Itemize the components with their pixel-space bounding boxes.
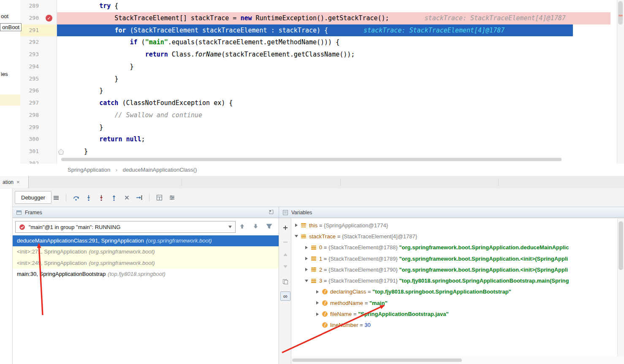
expand-icon[interactable] bbox=[294, 224, 299, 227]
project-tree-fragment[interactable]: oot bbox=[1, 13, 8, 19]
breadcrumb-item-method[interactable]: deduceMainApplicationClass() bbox=[123, 167, 197, 173]
code-text[interactable]: for (StackTraceElement stackTraceElement… bbox=[57, 24, 610, 37]
plus-icon[interactable] bbox=[282, 225, 288, 231]
code-text[interactable]: if ("main".equals(stackTraceElement.getM… bbox=[57, 36, 610, 49]
frame-up-icon[interactable] bbox=[238, 222, 246, 230]
variable-name: methodName bbox=[330, 300, 363, 306]
filter-icon[interactable] bbox=[265, 222, 273, 230]
expand-icon[interactable] bbox=[304, 257, 309, 260]
variable-row-lineNumber[interactable]: flineNumber = 30 bbox=[291, 320, 617, 331]
force-step-into-icon[interactable] bbox=[98, 194, 105, 202]
run-to-cursor-icon[interactable] bbox=[136, 194, 143, 202]
value-icon bbox=[311, 278, 317, 284]
scrollbar-thumb[interactable] bbox=[292, 359, 462, 362]
line-number: 301 bbox=[20, 146, 39, 158]
line-number: 294 bbox=[20, 61, 39, 73]
variable-string-value: "top.fjy8018.springboot.SpringApplicatio… bbox=[398, 278, 569, 284]
code-text[interactable]: } bbox=[57, 61, 610, 73]
debug-toolbar-icons bbox=[50, 189, 178, 207]
breadcrumb-item-class[interactable]: SpringApplication bbox=[68, 167, 110, 173]
gutter-icon-area bbox=[42, 49, 57, 61]
editor-vertical-scrollbar[interactable] bbox=[617, 0, 624, 164]
copy-icon[interactable] bbox=[282, 279, 288, 285]
collapse-icon[interactable] bbox=[304, 280, 309, 282]
expand-icon[interactable] bbox=[315, 290, 320, 294]
tab-debugger[interactable]: Debugger bbox=[15, 191, 52, 204]
variable-row-3[interactable]: 3 = {StackTraceElement@1791} "top.fjy801… bbox=[291, 275, 617, 286]
frame-location: <init>:271, SpringApplication bbox=[17, 248, 87, 255]
code-text[interactable]: StackTraceElement[] stackTrace = new Run… bbox=[57, 12, 610, 24]
step-over-icon[interactable] bbox=[72, 194, 80, 202]
code-text[interactable]: try { bbox=[57, 0, 610, 12]
code-text[interactable]: // Swallow and continue bbox=[57, 109, 610, 121]
chevron-down-icon[interactable] bbox=[228, 226, 232, 228]
stack-frame-row[interactable]: deduceMainApplicationClass:291, SpringAp… bbox=[13, 235, 279, 246]
expand-icon[interactable] bbox=[315, 313, 320, 316]
variable-row-this[interactable]: this = {SpringApplication@1774} bbox=[291, 220, 617, 231]
move-up-icon[interactable] bbox=[283, 253, 288, 258]
code-editor: 289 try {290✓ StackTraceElement[] stackT… bbox=[0, 0, 624, 164]
expand-icon[interactable] bbox=[304, 246, 309, 249]
code-text[interactable]: } bbox=[57, 85, 610, 97]
code-text[interactable]: return null; bbox=[57, 133, 610, 146]
code-text[interactable]: } bbox=[57, 121, 610, 134]
scrollbar-thumb[interactable] bbox=[619, 221, 623, 270]
code-text[interactable]: } bbox=[57, 73, 610, 85]
expand-icon[interactable] bbox=[304, 268, 309, 271]
stack-frame-row[interactable]: main:30, SpringApplicationBootstrap(top.… bbox=[13, 269, 279, 280]
variable-row-methodName[interactable]: fmethodName = "main" bbox=[291, 297, 617, 308]
variables-vertical-scrollbar[interactable] bbox=[617, 218, 624, 356]
stack-frame-row[interactable]: <init>:249, SpringApplication(org.spring… bbox=[13, 258, 279, 269]
code-token: null bbox=[126, 135, 141, 143]
toolbar-separator bbox=[66, 194, 66, 202]
frame-down-icon[interactable] bbox=[252, 222, 259, 230]
code-text[interactable]: catch (ClassNotFoundException ex) { bbox=[57, 97, 610, 109]
tool-window-tab[interactable]: ation × bbox=[0, 176, 29, 188]
variables-icon bbox=[282, 209, 289, 216]
thread-selector-dropdown[interactable]: "main"@1 in group "main": RUNNING bbox=[15, 221, 236, 233]
step-out-icon[interactable] bbox=[110, 194, 118, 202]
infinity-icon[interactable]: ∞ bbox=[280, 291, 290, 301]
debugger-inline-hint: stackTrace: StackTraceElement[4]@1787 bbox=[425, 14, 566, 22]
line-number: 297 bbox=[20, 97, 39, 109]
project-tree-fragment[interactable]: ies bbox=[1, 71, 8, 77]
scrollbar-thumb[interactable] bbox=[618, 1, 623, 24]
move-down-icon[interactable] bbox=[283, 264, 288, 269]
editor-horizontal-scrollbar[interactable] bbox=[57, 156, 617, 163]
code-text[interactable]: return Class.forName(stackTraceElement.g… bbox=[57, 49, 610, 61]
console-view-icon[interactable] bbox=[155, 194, 163, 202]
variable-reference: {StackTraceElement@1790} bbox=[328, 267, 398, 273]
variable-row-1[interactable]: 1 = {StackTraceElement@1789} "org.spring… bbox=[291, 253, 617, 264]
variables-horizontal-scrollbar[interactable] bbox=[291, 356, 624, 364]
float-icon[interactable] bbox=[269, 209, 274, 215]
minus-icon[interactable] bbox=[282, 239, 288, 245]
collapse-icon[interactable] bbox=[294, 235, 299, 237]
variable-text: 2 = {StackTraceElement@1790} "org.spring… bbox=[319, 267, 568, 273]
variable-row-fileName[interactable]: ffileName = "SpringApplicationBootstrap.… bbox=[291, 308, 617, 319]
close-icon[interactable]: × bbox=[16, 179, 20, 185]
variable-row-2[interactable]: 2 = {StackTraceElement@1790} "org.spring… bbox=[291, 264, 617, 275]
project-tree-fragment[interactable]: onBoot bbox=[0, 23, 22, 31]
code-token bbox=[69, 111, 114, 119]
variable-row-0[interactable]: 0 = {StackTraceElement@1788} "org.spring… bbox=[291, 242, 617, 253]
step-into-icon[interactable] bbox=[85, 194, 92, 202]
variables-title: Variables bbox=[291, 210, 312, 216]
infinity-icon[interactable]: ∞ bbox=[280, 291, 290, 301]
variable-row-stackTrace[interactable]: stackTrace = {StackTraceElement[4]@1787} bbox=[291, 231, 617, 242]
equals-sign: = bbox=[322, 267, 328, 273]
code-token: (stackTraceElement.getClassName()); bbox=[221, 51, 355, 58]
menu-icon[interactable] bbox=[52, 194, 60, 202]
breakpoint-icon[interactable]: ✓ bbox=[46, 15, 52, 22]
expand-icon[interactable] bbox=[315, 301, 320, 305]
stack-frame-row[interactable]: <init>:271, SpringApplication(org.spring… bbox=[13, 246, 279, 257]
code-token bbox=[69, 2, 99, 10]
drop-frame-icon[interactable] bbox=[123, 194, 130, 202]
gutter-icon-area bbox=[42, 85, 57, 97]
variable-row-declaringClass[interactable]: fdeclaringClass = "top.fjy8018.springboo… bbox=[291, 286, 617, 297]
equals-sign: = bbox=[363, 300, 369, 306]
layout-settings-icon[interactable] bbox=[168, 194, 176, 202]
code-token bbox=[69, 99, 99, 107]
variable-reference: {StackTraceElement@1791} bbox=[328, 278, 398, 284]
variable-text: this = {SpringApplication@1774} bbox=[309, 222, 388, 229]
scrollbar-thumb[interactable] bbox=[61, 158, 562, 161]
